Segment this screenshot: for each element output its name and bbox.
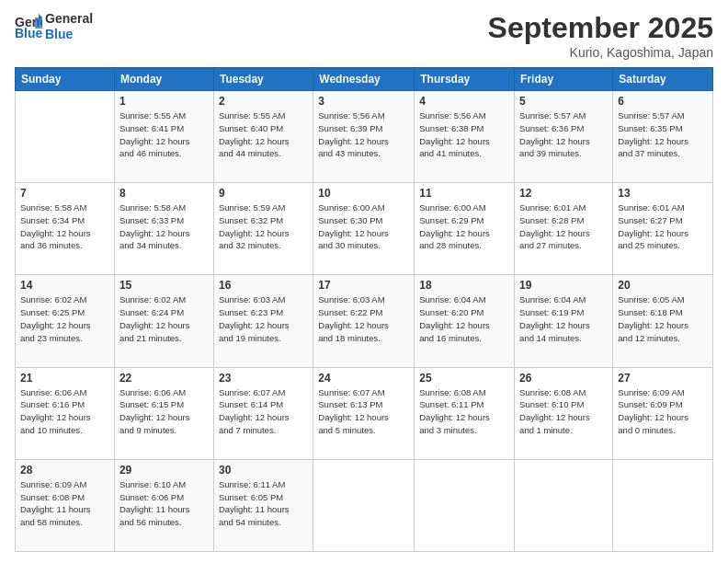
col-header-saturday: Saturday <box>613 68 713 91</box>
day-cell: 24Sunrise: 6:07 AMSunset: 6:13 PMDayligh… <box>313 367 415 459</box>
day-cell: 25Sunrise: 6:08 AMSunset: 6:11 PMDayligh… <box>415 367 515 459</box>
day-number: 3 <box>318 95 409 108</box>
day-number: 1 <box>119 95 209 108</box>
day-info: Sunrise: 6:11 AMSunset: 6:05 PMDaylight:… <box>219 478 308 529</box>
day-info: Sunrise: 6:06 AMSunset: 6:16 PMDaylight:… <box>20 386 109 437</box>
day-info: Sunrise: 6:03 AMSunset: 6:23 PMDaylight:… <box>219 293 308 344</box>
day-cell: 28Sunrise: 6:09 AMSunset: 6:08 PMDayligh… <box>16 459 115 551</box>
col-header-sunday: Sunday <box>16 68 115 91</box>
title-block: September 2025 Kurio, Kagoshima, Japan <box>488 11 713 60</box>
day-number: 28 <box>20 464 109 477</box>
day-number: 13 <box>618 187 708 200</box>
day-number: 8 <box>119 187 209 200</box>
week-row-2: 7Sunrise: 5:58 AMSunset: 6:34 PMDaylight… <box>16 183 713 275</box>
day-info: Sunrise: 5:56 AMSunset: 6:38 PMDaylight:… <box>419 109 509 160</box>
day-cell: 30Sunrise: 6:11 AMSunset: 6:05 PMDayligh… <box>213 459 313 551</box>
day-info: Sunrise: 6:04 AMSunset: 6:20 PMDaylight:… <box>419 293 509 344</box>
day-info: Sunrise: 6:07 AMSunset: 6:14 PMDaylight:… <box>219 386 308 437</box>
day-info: Sunrise: 6:09 AMSunset: 6:08 PMDaylight:… <box>20 478 109 529</box>
day-cell: 5Sunrise: 5:57 AMSunset: 6:36 PMDaylight… <box>515 91 613 183</box>
day-number: 20 <box>618 279 708 292</box>
day-cell: 7Sunrise: 5:58 AMSunset: 6:34 PMDaylight… <box>16 183 115 275</box>
day-cell: 8Sunrise: 5:58 AMSunset: 6:33 PMDaylight… <box>114 183 213 275</box>
day-info: Sunrise: 5:57 AMSunset: 6:36 PMDaylight:… <box>519 109 608 160</box>
day-cell: 12Sunrise: 6:01 AMSunset: 6:28 PMDayligh… <box>515 183 613 275</box>
day-info: Sunrise: 6:07 AMSunset: 6:13 PMDaylight:… <box>318 386 409 437</box>
day-info: Sunrise: 6:05 AMSunset: 6:18 PMDaylight:… <box>618 293 708 344</box>
location-title: Kurio, Kagoshima, Japan <box>488 45 713 60</box>
day-number: 23 <box>219 372 308 385</box>
day-number: 29 <box>119 464 209 477</box>
day-info: Sunrise: 5:55 AMSunset: 6:40 PMDaylight:… <box>219 109 308 160</box>
day-cell: 10Sunrise: 6:00 AMSunset: 6:30 PMDayligh… <box>313 183 415 275</box>
calendar-table: SundayMondayTuesdayWednesdayThursdayFrid… <box>15 67 713 552</box>
day-cell: 16Sunrise: 6:03 AMSunset: 6:23 PMDayligh… <box>213 275 313 367</box>
logo-icon: General Blue <box>15 14 42 40</box>
day-number: 30 <box>219 464 308 477</box>
day-cell: 20Sunrise: 6:05 AMSunset: 6:18 PMDayligh… <box>613 275 713 367</box>
day-info: Sunrise: 5:57 AMSunset: 6:35 PMDaylight:… <box>618 109 708 160</box>
day-info: Sunrise: 6:10 AMSunset: 6:06 PMDaylight:… <box>119 478 209 529</box>
week-row-5: 28Sunrise: 6:09 AMSunset: 6:08 PMDayligh… <box>16 459 713 551</box>
day-number: 21 <box>20 372 109 385</box>
day-info: Sunrise: 5:59 AMSunset: 6:32 PMDaylight:… <box>219 201 308 252</box>
day-number: 22 <box>119 372 209 385</box>
col-header-tuesday: Tuesday <box>213 68 313 91</box>
week-row-3: 14Sunrise: 6:02 AMSunset: 6:25 PMDayligh… <box>16 275 713 367</box>
day-cell: 23Sunrise: 6:07 AMSunset: 6:14 PMDayligh… <box>213 367 313 459</box>
day-cell: 14Sunrise: 6:02 AMSunset: 6:25 PMDayligh… <box>16 275 115 367</box>
day-number: 19 <box>519 279 608 292</box>
day-number: 5 <box>519 95 608 108</box>
day-info: Sunrise: 6:08 AMSunset: 6:11 PMDaylight:… <box>419 386 509 437</box>
day-cell: 6Sunrise: 5:57 AMSunset: 6:35 PMDaylight… <box>613 91 713 183</box>
day-cell <box>515 459 613 551</box>
day-number: 6 <box>618 95 708 108</box>
day-number: 17 <box>318 279 409 292</box>
logo-text: Blue <box>45 27 93 42</box>
day-cell: 29Sunrise: 6:10 AMSunset: 6:06 PMDayligh… <box>114 459 213 551</box>
day-number: 27 <box>618 372 708 385</box>
day-cell: 18Sunrise: 6:04 AMSunset: 6:20 PMDayligh… <box>415 275 515 367</box>
month-title: September 2025 <box>488 11 713 45</box>
day-number: 15 <box>119 279 209 292</box>
day-info: Sunrise: 6:00 AMSunset: 6:30 PMDaylight:… <box>318 201 409 252</box>
day-cell <box>16 91 115 183</box>
day-number: 12 <box>519 187 608 200</box>
week-row-4: 21Sunrise: 6:06 AMSunset: 6:16 PMDayligh… <box>16 367 713 459</box>
day-number: 24 <box>318 372 409 385</box>
day-cell: 2Sunrise: 5:55 AMSunset: 6:40 PMDaylight… <box>213 91 313 183</box>
day-info: Sunrise: 6:06 AMSunset: 6:15 PMDaylight:… <box>119 386 209 437</box>
day-info: Sunrise: 5:58 AMSunset: 6:34 PMDaylight:… <box>20 201 109 252</box>
day-number: 18 <box>419 279 509 292</box>
day-number: 4 <box>419 95 509 108</box>
day-info: Sunrise: 6:01 AMSunset: 6:27 PMDaylight:… <box>618 201 708 252</box>
day-info: Sunrise: 6:01 AMSunset: 6:28 PMDaylight:… <box>519 201 608 252</box>
day-cell: 15Sunrise: 6:02 AMSunset: 6:24 PMDayligh… <box>114 275 213 367</box>
day-cell: 17Sunrise: 6:03 AMSunset: 6:22 PMDayligh… <box>313 275 415 367</box>
day-info: Sunrise: 6:04 AMSunset: 6:19 PMDaylight:… <box>519 293 608 344</box>
day-cell <box>415 459 515 551</box>
header: General Blue General Blue September 2025… <box>15 11 713 60</box>
day-number: 11 <box>419 187 509 200</box>
col-header-wednesday: Wednesday <box>313 68 415 91</box>
day-cell: 11Sunrise: 6:00 AMSunset: 6:29 PMDayligh… <box>415 183 515 275</box>
day-info: Sunrise: 6:02 AMSunset: 6:24 PMDaylight:… <box>119 293 209 344</box>
day-info: Sunrise: 6:08 AMSunset: 6:10 PMDaylight:… <box>519 386 608 437</box>
day-info: Sunrise: 6:09 AMSunset: 6:09 PMDaylight:… <box>618 386 708 437</box>
day-cell: 4Sunrise: 5:56 AMSunset: 6:38 PMDaylight… <box>415 91 515 183</box>
day-cell <box>313 459 415 551</box>
day-number: 2 <box>219 95 308 108</box>
col-header-monday: Monday <box>114 68 213 91</box>
day-info: Sunrise: 5:58 AMSunset: 6:33 PMDaylight:… <box>119 201 209 252</box>
day-cell: 21Sunrise: 6:06 AMSunset: 6:16 PMDayligh… <box>16 367 115 459</box>
day-info: Sunrise: 5:56 AMSunset: 6:39 PMDaylight:… <box>318 109 409 160</box>
day-cell: 3Sunrise: 5:56 AMSunset: 6:39 PMDaylight… <box>313 91 415 183</box>
day-number: 16 <box>219 279 308 292</box>
day-cell: 13Sunrise: 6:01 AMSunset: 6:27 PMDayligh… <box>613 183 713 275</box>
page: General Blue General Blue September 2025… <box>0 0 728 563</box>
day-number: 7 <box>20 187 109 200</box>
day-info: Sunrise: 5:55 AMSunset: 6:41 PMDaylight:… <box>119 109 209 160</box>
col-header-friday: Friday <box>515 68 613 91</box>
day-number: 9 <box>219 187 308 200</box>
day-cell: 19Sunrise: 6:04 AMSunset: 6:19 PMDayligh… <box>515 275 613 367</box>
